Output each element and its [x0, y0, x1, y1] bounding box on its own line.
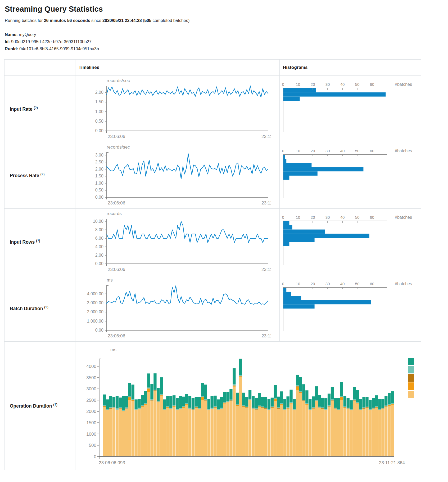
batch-duration-histogram-cell: 0102030405060#batches	[280, 275, 421, 342]
svg-text:2.00: 2.00	[95, 253, 103, 257]
svg-text:30: 30	[325, 149, 330, 153]
svg-text:60: 60	[370, 282, 374, 286]
summary-duration: 26 minutes 56 seconds	[44, 18, 90, 23]
summary-mid: since	[90, 18, 102, 23]
svg-text:2000: 2000	[86, 409, 96, 414]
summary-paren: (	[142, 18, 144, 23]
summary-prefix: Running batches for	[5, 18, 44, 23]
legend-latestoffset-swatch	[408, 374, 414, 382]
operation-duration-chart-cell: ms0500100015002000250030003500400023:06:…	[75, 342, 421, 470]
svg-text:23:06:06: 23:06:06	[108, 200, 125, 206]
input-rows-label-cell: Input Rows (?)	[4, 209, 75, 275]
svg-text:1000: 1000	[86, 432, 96, 437]
operation-duration-help-icon[interactable]: (?)	[53, 403, 57, 407]
svg-text:#batches: #batches	[395, 282, 412, 286]
svg-text:8.00: 8.00	[95, 227, 103, 232]
svg-text:10: 10	[296, 282, 300, 286]
svg-text:30: 30	[325, 82, 330, 87]
svg-text:4,000.00: 4,000.00	[87, 291, 103, 296]
input-rows-help-icon[interactable]: (?)	[36, 239, 40, 243]
svg-text:50: 50	[355, 215, 360, 220]
svg-text:1.00: 1.00	[95, 109, 103, 114]
svg-text:30: 30	[325, 215, 330, 220]
query-runid-value: 04e101e6-8bf8-4165-9099-9104c951ba3b	[19, 47, 99, 51]
operation-duration-stacked-chart: ms0500100015002000250030003500400023:06:…	[75, 343, 421, 468]
svg-text:23:06:06: 23:06:06	[108, 134, 125, 139]
header-timelines: Timelines	[75, 60, 280, 76]
svg-text:0: 0	[94, 454, 96, 459]
svg-text:30: 30	[325, 282, 330, 286]
legend-getbatch-swatch	[408, 382, 414, 390]
batch-duration-row: Batch Duration (?) ms0.001,000.002,000.0…	[4, 275, 421, 342]
svg-text:20: 20	[311, 82, 315, 87]
legend-queryplanning-swatch	[408, 366, 414, 373]
query-name-line: Name: myQuery	[5, 31, 448, 38]
process-rate-histogram-cell: 0102030405060#batches	[280, 142, 421, 209]
svg-text:1.50: 1.50	[95, 174, 103, 178]
svg-text:40: 40	[340, 149, 345, 153]
svg-text:23:11:21.864: 23:11:21.864	[379, 460, 405, 465]
batch-duration-histogram-chart: 0102030405060#batches	[280, 281, 421, 338]
legend-addbatch-swatch	[408, 391, 414, 398]
svg-text:0.00: 0.00	[95, 328, 103, 332]
svg-text:3,000.00: 3,000.00	[87, 300, 103, 305]
svg-text:0.00: 0.00	[95, 128, 103, 133]
batch-duration-timeline-chart: ms0.001,000.002,000.003,000.004,000.0023…	[75, 277, 271, 341]
statistics-table: Timelines Histograms Input Rate (?) reco…	[4, 59, 421, 470]
svg-text:0: 0	[282, 282, 284, 286]
svg-text:0: 0	[282, 215, 284, 220]
summary-batch-count: 505	[144, 18, 151, 23]
summary-suffix: completed batches)	[151, 18, 189, 23]
svg-text:4.00: 4.00	[95, 244, 103, 249]
svg-text:records/sec: records/sec	[107, 78, 130, 83]
svg-text:60: 60	[370, 82, 374, 87]
svg-text:10: 10	[296, 215, 300, 220]
svg-text:2,000.00: 2,000.00	[87, 310, 103, 314]
svg-text:23:11:21: 23:11:21	[261, 333, 271, 338]
input-rows-timeline-cell: records0.002.004.006.008.0010.0023:06:06…	[75, 209, 280, 275]
svg-text:ms: ms	[107, 278, 113, 283]
query-runid-label: RunId:	[5, 47, 18, 51]
process-rate-help-icon[interactable]: (?)	[40, 172, 44, 176]
svg-text:23:11:21: 23:11:21	[261, 200, 271, 206]
svg-text:#batches: #batches	[395, 149, 412, 153]
streaming-query-statistics-page: Streaming Query Statistics Running batch…	[0, 0, 448, 482]
svg-text:10: 10	[296, 149, 300, 153]
query-name-label: Name:	[5, 32, 18, 37]
input-rate-help-icon[interactable]: (?)	[34, 106, 38, 110]
svg-text:4000: 4000	[86, 364, 96, 369]
svg-text:2.00: 2.00	[95, 167, 103, 171]
query-meta: Name: myQuery Id: 9d0dd219-995d-423e-b97…	[5, 31, 448, 52]
svg-text:2.00: 2.00	[95, 90, 103, 95]
svg-text:10: 10	[296, 82, 300, 87]
svg-text:23:11:21: 23:11:21	[261, 134, 271, 139]
svg-text:0.50: 0.50	[95, 119, 103, 123]
input-rate-label-cell: Input Rate (?)	[4, 76, 75, 142]
svg-text:50: 50	[355, 149, 360, 153]
svg-text:0.50: 0.50	[95, 188, 103, 192]
svg-text:23:06:06.093: 23:06:06.093	[99, 460, 125, 465]
svg-text:0: 0	[282, 149, 284, 153]
input-rows-histogram-chart: 0102030405060#batches	[280, 215, 421, 271]
svg-text:#batches: #batches	[395, 215, 412, 220]
svg-text:40: 40	[340, 82, 345, 87]
svg-text:2.50: 2.50	[95, 160, 103, 164]
svg-text:20: 20	[311, 215, 315, 220]
input-rows-row: Input Rows (?) records0.002.004.006.008.…	[4, 209, 421, 275]
process-rate-timeline-chart: records/sec0.000.501.001.502.002.503.002…	[75, 144, 271, 208]
query-id-value: 9d0dd219-995d-423e-b97d-36931110bb27	[11, 39, 92, 44]
svg-text:50: 50	[355, 282, 360, 286]
svg-text:50: 50	[355, 82, 360, 87]
legend-walcommit-swatch	[408, 358, 414, 365]
svg-text:23:06:06: 23:06:06	[108, 267, 125, 272]
process-rate-row: Process Rate (?) records/sec0.000.501.00…	[4, 142, 421, 209]
svg-text:1500: 1500	[86, 420, 96, 425]
input-rate-timeline-chart: records/sec0.000.501.001.502.0023:06:062…	[75, 78, 271, 141]
batch-duration-help-icon[interactable]: (?)	[44, 305, 48, 309]
svg-text:records: records	[107, 211, 122, 216]
input-rows-histogram-cell: 0102030405060#batches	[280, 209, 421, 275]
query-runid-line: RunId: 04e101e6-8bf8-4165-9099-9104c951b…	[5, 45, 448, 52]
svg-text:#batches: #batches	[395, 82, 412, 87]
input-rate-row: Input Rate (?) records/sec0.000.501.001.…	[4, 76, 421, 142]
svg-text:records/sec: records/sec	[107, 145, 130, 150]
